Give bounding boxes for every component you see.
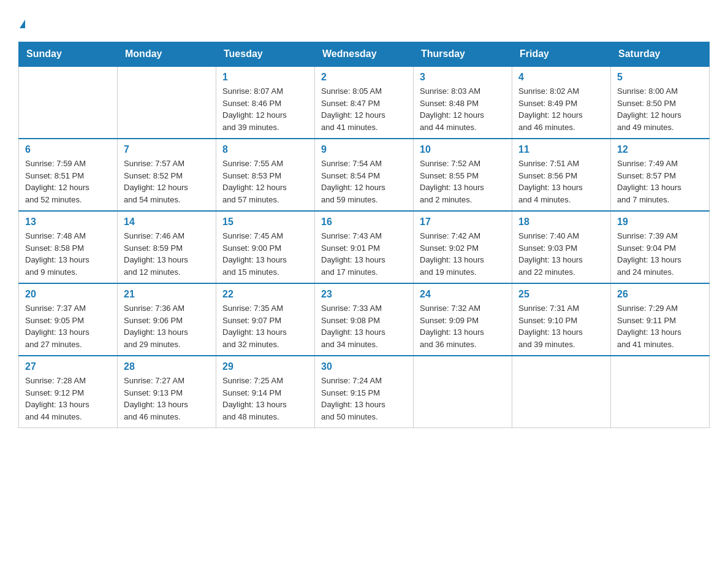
- day-info: Sunrise: 7:39 AM Sunset: 9:04 PM Dayligh…: [617, 230, 703, 278]
- calendar-header: SundayMondayTuesdayWednesdayThursdayFrid…: [19, 42, 710, 67]
- day-info: Sunrise: 7:31 AM Sunset: 9:10 PM Dayligh…: [518, 302, 604, 350]
- week-row-4: 20Sunrise: 7:37 AM Sunset: 9:05 PM Dayli…: [19, 283, 710, 356]
- day-info: Sunrise: 7:27 AM Sunset: 9:13 PM Dayligh…: [124, 375, 210, 423]
- day-info: Sunrise: 7:32 AM Sunset: 9:09 PM Dayligh…: [420, 302, 506, 350]
- calendar-cell: 6Sunrise: 7:59 AM Sunset: 8:51 PM Daylig…: [19, 139, 118, 211]
- calendar-cell: [414, 356, 512, 428]
- calendar-cell: 18Sunrise: 7:40 AM Sunset: 9:03 PM Dayli…: [512, 211, 611, 283]
- week-row-3: 13Sunrise: 7:48 AM Sunset: 8:58 PM Dayli…: [19, 211, 710, 283]
- calendar-cell: 28Sunrise: 7:27 AM Sunset: 9:13 PM Dayli…: [118, 356, 216, 428]
- calendar-body: 1Sunrise: 8:07 AM Sunset: 8:46 PM Daylig…: [19, 66, 710, 428]
- calendar-cell: 20Sunrise: 7:37 AM Sunset: 9:05 PM Dayli…: [19, 283, 118, 356]
- day-info: Sunrise: 7:42 AM Sunset: 9:02 PM Dayligh…: [420, 230, 506, 278]
- day-info: Sunrise: 7:45 AM Sunset: 9:00 PM Dayligh…: [222, 230, 308, 278]
- calendar-cell: 7Sunrise: 7:57 AM Sunset: 8:52 PM Daylig…: [118, 139, 216, 211]
- calendar-cell: 1Sunrise: 8:07 AM Sunset: 8:46 PM Daylig…: [216, 66, 315, 139]
- day-info: Sunrise: 7:35 AM Sunset: 9:07 PM Dayligh…: [222, 302, 308, 350]
- calendar-cell: [512, 356, 611, 428]
- day-number: 10: [420, 144, 506, 155]
- day-info: Sunrise: 7:48 AM Sunset: 8:58 PM Dayligh…: [25, 230, 111, 278]
- day-number: 28: [124, 361, 210, 372]
- day-number: 27: [25, 361, 111, 372]
- day-info: Sunrise: 7:57 AM Sunset: 8:52 PM Dayligh…: [124, 158, 210, 205]
- calendar-cell: 3Sunrise: 8:03 AM Sunset: 8:48 PM Daylig…: [414, 66, 512, 139]
- header-cell-sunday: Sunday: [19, 42, 118, 67]
- day-info: Sunrise: 7:29 AM Sunset: 9:11 PM Dayligh…: [617, 302, 703, 350]
- week-row-2: 6Sunrise: 7:59 AM Sunset: 8:51 PM Daylig…: [19, 139, 710, 211]
- day-info: Sunrise: 8:05 AM Sunset: 8:47 PM Dayligh…: [321, 85, 407, 133]
- calendar-cell: 17Sunrise: 7:42 AM Sunset: 9:02 PM Dayli…: [414, 211, 512, 283]
- day-number: 5: [617, 72, 703, 83]
- header-cell-friday: Friday: [512, 42, 611, 67]
- day-info: Sunrise: 8:07 AM Sunset: 8:46 PM Dayligh…: [222, 85, 308, 133]
- day-number: 3: [420, 72, 506, 83]
- day-number: 13: [25, 216, 111, 228]
- day-number: 18: [518, 216, 604, 228]
- calendar-cell: [19, 66, 118, 139]
- logo-triangle-icon: [20, 20, 25, 28]
- day-info: Sunrise: 7:25 AM Sunset: 9:14 PM Dayligh…: [222, 375, 308, 423]
- day-number: 12: [617, 144, 703, 155]
- day-number: 25: [518, 289, 604, 300]
- day-info: Sunrise: 8:02 AM Sunset: 8:49 PM Dayligh…: [518, 85, 604, 133]
- calendar-cell: 16Sunrise: 7:43 AM Sunset: 9:01 PM Dayli…: [315, 211, 414, 283]
- calendar-cell: [118, 66, 216, 139]
- day-number: 26: [617, 289, 703, 300]
- day-number: 6: [25, 144, 111, 155]
- day-info: Sunrise: 7:54 AM Sunset: 8:54 PM Dayligh…: [321, 158, 407, 205]
- calendar-cell: 23Sunrise: 7:33 AM Sunset: 9:08 PM Dayli…: [315, 283, 414, 356]
- day-number: 22: [222, 289, 308, 300]
- week-row-1: 1Sunrise: 8:07 AM Sunset: 8:46 PM Daylig…: [19, 66, 710, 139]
- day-number: 21: [124, 289, 210, 300]
- day-info: Sunrise: 7:55 AM Sunset: 8:53 PM Dayligh…: [222, 158, 308, 205]
- day-info: Sunrise: 7:40 AM Sunset: 9:03 PM Dayligh…: [518, 230, 604, 278]
- day-info: Sunrise: 7:24 AM Sunset: 9:15 PM Dayligh…: [321, 375, 407, 423]
- day-number: 4: [518, 72, 604, 83]
- calendar-cell: 24Sunrise: 7:32 AM Sunset: 9:09 PM Dayli…: [414, 283, 512, 356]
- day-info: Sunrise: 7:28 AM Sunset: 9:12 PM Dayligh…: [25, 375, 111, 423]
- day-number: 8: [222, 144, 308, 155]
- calendar-cell: 10Sunrise: 7:52 AM Sunset: 8:55 PM Dayli…: [414, 139, 512, 211]
- week-row-5: 27Sunrise: 7:28 AM Sunset: 9:12 PM Dayli…: [19, 356, 710, 428]
- day-number: 17: [420, 216, 506, 228]
- day-info: Sunrise: 7:49 AM Sunset: 8:57 PM Dayligh…: [617, 158, 703, 205]
- logo-text: [18, 12, 25, 29]
- calendar-cell: 12Sunrise: 7:49 AM Sunset: 8:57 PM Dayli…: [611, 139, 710, 211]
- day-number: 2: [321, 72, 407, 83]
- calendar-cell: 26Sunrise: 7:29 AM Sunset: 9:11 PM Dayli…: [611, 283, 710, 356]
- header-cell-wednesday: Wednesday: [315, 42, 414, 67]
- day-info: Sunrise: 8:03 AM Sunset: 8:48 PM Dayligh…: [420, 85, 506, 133]
- calendar-cell: 27Sunrise: 7:28 AM Sunset: 9:12 PM Dayli…: [19, 356, 118, 428]
- calendar-cell: 8Sunrise: 7:55 AM Sunset: 8:53 PM Daylig…: [216, 139, 315, 211]
- day-info: Sunrise: 7:36 AM Sunset: 9:06 PM Dayligh…: [124, 302, 210, 350]
- day-number: 19: [617, 216, 703, 228]
- day-info: Sunrise: 7:43 AM Sunset: 9:01 PM Dayligh…: [321, 230, 407, 278]
- calendar-cell: 9Sunrise: 7:54 AM Sunset: 8:54 PM Daylig…: [315, 139, 414, 211]
- day-number: 20: [25, 289, 111, 300]
- calendar-cell: 21Sunrise: 7:36 AM Sunset: 9:06 PM Dayli…: [118, 283, 216, 356]
- header-row: SundayMondayTuesdayWednesdayThursdayFrid…: [19, 42, 710, 67]
- day-number: 15: [222, 216, 308, 228]
- calendar-cell: 2Sunrise: 8:05 AM Sunset: 8:47 PM Daylig…: [315, 66, 414, 139]
- header-cell-monday: Monday: [118, 42, 216, 67]
- day-number: 11: [518, 144, 604, 155]
- header-cell-saturday: Saturday: [611, 42, 710, 67]
- day-number: 14: [124, 216, 210, 228]
- calendar-cell: 5Sunrise: 8:00 AM Sunset: 8:50 PM Daylig…: [611, 66, 710, 139]
- day-number: 7: [124, 144, 210, 155]
- day-info: Sunrise: 7:51 AM Sunset: 8:56 PM Dayligh…: [518, 158, 604, 205]
- day-info: Sunrise: 7:37 AM Sunset: 9:05 PM Dayligh…: [25, 302, 111, 350]
- day-number: 9: [321, 144, 407, 155]
- calendar-cell: 29Sunrise: 7:25 AM Sunset: 9:14 PM Dayli…: [216, 356, 315, 428]
- day-info: Sunrise: 8:00 AM Sunset: 8:50 PM Dayligh…: [617, 85, 703, 133]
- calendar-cell: [611, 356, 710, 428]
- calendar-cell: 22Sunrise: 7:35 AM Sunset: 9:07 PM Dayli…: [216, 283, 315, 356]
- day-info: Sunrise: 7:59 AM Sunset: 8:51 PM Dayligh…: [25, 158, 111, 205]
- calendar-cell: 30Sunrise: 7:24 AM Sunset: 9:15 PM Dayli…: [315, 356, 414, 428]
- header-cell-thursday: Thursday: [414, 42, 512, 67]
- calendar-cell: 15Sunrise: 7:45 AM Sunset: 9:00 PM Dayli…: [216, 211, 315, 283]
- calendar-cell: 4Sunrise: 8:02 AM Sunset: 8:49 PM Daylig…: [512, 66, 611, 139]
- day-info: Sunrise: 7:33 AM Sunset: 9:08 PM Dayligh…: [321, 302, 407, 350]
- logo: [18, 12, 25, 29]
- day-number: 23: [321, 289, 407, 300]
